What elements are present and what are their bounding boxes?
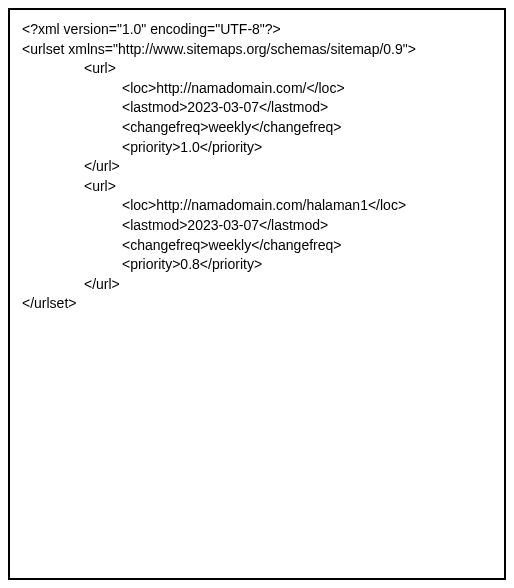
- url-open: <url>: [22, 59, 492, 79]
- changefreq-line: <changefreq>weekly</changefreq>: [22, 118, 492, 138]
- priority-line: <priority>1.0</priority>: [22, 138, 492, 158]
- code-box: <?xml version="1.0" encoding="UTF-8"?> <…: [8, 8, 506, 580]
- lastmod-line: <lastmod>2023-03-07</lastmod>: [22, 216, 492, 236]
- priority-line: <priority>0.8</priority>: [22, 255, 492, 275]
- url-open: <url>: [22, 177, 492, 197]
- loc-line: <loc>http://namadomain.com/halaman1</loc…: [22, 196, 492, 216]
- changefreq-line: <changefreq>weekly</changefreq>: [22, 236, 492, 256]
- urlset-close: </urlset>: [22, 294, 492, 314]
- urlset-open: <urlset xmlns="http://www.sitemaps.org/s…: [22, 40, 492, 60]
- lastmod-line: <lastmod>2023-03-07</lastmod>: [22, 98, 492, 118]
- loc-line: <loc>http://namadomain.com/</loc>: [22, 79, 492, 99]
- xml-declaration: <?xml version="1.0" encoding="UTF-8"?>: [22, 20, 492, 40]
- url-close: </url>: [22, 275, 492, 295]
- url-close: </url>: [22, 157, 492, 177]
